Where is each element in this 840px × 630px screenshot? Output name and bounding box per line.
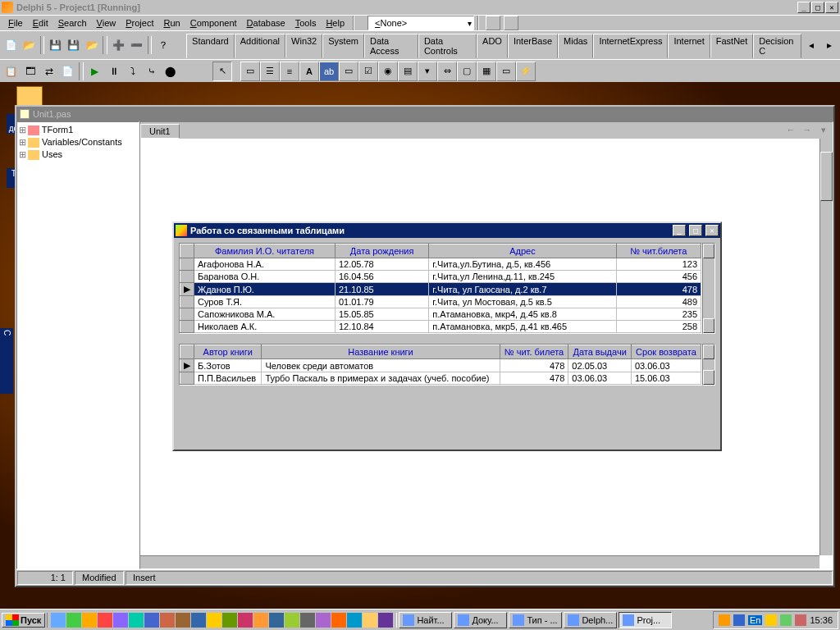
comp-combobox[interactable]: ▾ xyxy=(418,62,437,81)
tree-tform1[interactable]: TForm1 xyxy=(19,124,137,136)
ql-19[interactable] xyxy=(331,613,346,628)
code-explorer-tree[interactable]: TForm1 Variables/Constants Uses xyxy=(16,121,139,569)
task-button[interactable]: Тип - ... xyxy=(509,612,562,628)
grid2-scroll[interactable] xyxy=(702,344,715,386)
comp-tab-additional[interactable]: Additional xyxy=(235,34,285,58)
comp-tab-data-controls[interactable]: Data Controls xyxy=(418,34,477,58)
readers-grid[interactable]: Фамилия И.О. читателяДата рожденияАдрес№… xyxy=(179,243,702,334)
desktop-combo[interactable]: <None> xyxy=(368,16,474,30)
comp-popupmenu[interactable]: ☰ xyxy=(260,62,280,81)
task-button[interactable]: Delph... xyxy=(564,612,617,628)
tab-scroll-left[interactable]: ◂ xyxy=(801,36,819,54)
task-button[interactable]: Proj... xyxy=(619,612,672,628)
ql-12[interactable] xyxy=(222,613,237,628)
comp-tab-decision-c[interactable]: Decision C xyxy=(753,34,801,58)
comp-groupbox[interactable]: ▢ xyxy=(457,62,477,81)
grid1-col[interactable]: Адрес xyxy=(429,244,616,258)
ql-14[interactable] xyxy=(253,613,268,628)
maximize-button[interactable]: □ xyxy=(811,2,824,13)
task-button[interactable]: Доку... xyxy=(454,612,507,628)
ql-8[interactable] xyxy=(160,613,175,628)
comp-tab-midas[interactable]: Midas xyxy=(558,34,593,58)
ql-10[interactable] xyxy=(191,613,206,628)
menu-edit[interactable]: Edit xyxy=(28,16,53,30)
comp-button[interactable]: ▭ xyxy=(339,62,358,81)
comp-checkbox[interactable]: ☑ xyxy=(358,62,378,81)
tab-scroll-right[interactable]: ▸ xyxy=(820,36,838,54)
menu-component[interactable]: Component xyxy=(185,16,242,30)
codewin-titlebar[interactable]: Unit1.pas xyxy=(16,107,833,121)
comp-tab-interbase[interactable]: InterBase xyxy=(508,34,558,58)
openproj-button[interactable]: 📂 xyxy=(83,36,101,54)
task-button[interactable]: Найт... xyxy=(399,612,452,628)
toolbar-btn1[interactable] xyxy=(486,16,500,30)
menu-run[interactable]: Run xyxy=(159,16,185,30)
breakpoint-button[interactable]: ⬤ xyxy=(161,62,180,80)
grid2-col[interactable]: Название книги xyxy=(262,345,500,359)
comp-actionlist[interactable]: ⚡ xyxy=(516,62,536,81)
nav-fwd[interactable]: → xyxy=(800,124,815,137)
comp-tab-ado[interactable]: ADO xyxy=(477,34,508,58)
palette-pointer[interactable]: ↖ xyxy=(212,62,232,81)
grid1-col[interactable]: № чит.билета xyxy=(616,244,701,258)
ql-21[interactable] xyxy=(363,613,377,628)
clock[interactable]: 15:36 xyxy=(810,615,833,625)
ql-22[interactable] xyxy=(378,613,393,628)
menu-help[interactable]: Help xyxy=(321,16,349,30)
open-button[interactable]: 📂 xyxy=(20,36,38,54)
comp-tab-internet[interactable]: Internet xyxy=(668,34,710,58)
comp-tab-system[interactable]: System xyxy=(322,34,364,58)
ql-7[interactable] xyxy=(144,613,159,628)
addfile-button[interactable]: ➕ xyxy=(109,36,127,54)
ql-20[interactable] xyxy=(347,613,362,628)
nav-back[interactable]: ← xyxy=(783,124,798,137)
nav-drop[interactable]: ▾ xyxy=(816,124,831,137)
minimize-button[interactable]: _ xyxy=(797,2,810,13)
table-row[interactable]: ▶Жданов П.Ю.21.10.85г.Чита, ул Гаюсана, … xyxy=(180,283,701,296)
comp-memo[interactable]: ab xyxy=(319,62,339,81)
hidden-panel-edge[interactable]: C xyxy=(0,328,13,394)
comp-panel[interactable]: ▭ xyxy=(496,62,516,81)
grid2-col[interactable]: Автор книги xyxy=(194,345,262,359)
editor-vscroll[interactable] xyxy=(819,139,833,555)
comp-tab-internetexpress[interactable]: InternetExpress xyxy=(593,34,668,58)
viewform-button[interactable]: 🗔 xyxy=(21,62,39,80)
toolbar-btn2[interactable] xyxy=(504,16,518,30)
menu-database[interactable]: Database xyxy=(242,16,290,30)
tree-variables[interactable]: Variables/Constants xyxy=(19,136,137,148)
pause-button[interactable]: ⏸ xyxy=(104,62,123,80)
menu-project[interactable]: Project xyxy=(121,16,158,30)
ql-18[interactable] xyxy=(316,613,331,628)
viewunit-button[interactable]: 📋 xyxy=(2,62,21,80)
tray-1[interactable] xyxy=(719,614,730,626)
new-button[interactable]: 📄 xyxy=(2,36,20,54)
comp-tab-standard[interactable]: Standard xyxy=(186,34,235,58)
ql-6[interactable] xyxy=(129,613,144,628)
formwin-titlebar[interactable]: Работа со связанными таблицами _ □ ✕ xyxy=(174,223,720,238)
tree-uses[interactable]: Uses xyxy=(19,148,137,161)
ql-3[interactable] xyxy=(82,613,97,628)
form-minimize[interactable]: _ xyxy=(673,225,686,236)
grid1-col[interactable]: Фамилия И.О. читателя xyxy=(194,244,336,258)
menu-view[interactable]: View xyxy=(92,16,121,30)
grid1-scroll[interactable] xyxy=(702,243,715,334)
comp-radio[interactable]: ◉ xyxy=(378,62,398,81)
newform-button[interactable]: 📄 xyxy=(58,62,77,80)
table-row[interactable]: ▶Б.ЗотовЧеловек среди автоматов47802.05.… xyxy=(180,359,701,372)
ql-4[interactable] xyxy=(98,613,112,628)
step-over-button[interactable]: ⤵ xyxy=(123,62,142,80)
comp-listbox[interactable]: ▤ xyxy=(398,62,418,81)
step-into-button[interactable]: ⤷ xyxy=(142,62,161,80)
ql-9[interactable] xyxy=(176,613,190,628)
save-button[interactable]: 💾 xyxy=(46,36,64,54)
ql-5[interactable] xyxy=(113,613,128,628)
table-row[interactable]: Николаев А.К.12.10.84п.Атамановка, мкр5,… xyxy=(180,321,701,333)
grid2-col[interactable]: Дата выдачи xyxy=(568,345,632,359)
comp-edit[interactable]: A xyxy=(299,62,319,81)
saveall-button[interactable]: 💾 xyxy=(65,36,83,54)
books-grid[interactable]: Автор книгиНазвание книги№ чит. билетаДа… xyxy=(179,344,702,386)
comp-tab-win32[interactable]: Win32 xyxy=(285,34,322,58)
run-button[interactable]: ▶ xyxy=(85,62,104,80)
comp-label[interactable]: ≡ xyxy=(280,62,299,81)
comp-radiogroup[interactable]: ▦ xyxy=(477,62,496,81)
